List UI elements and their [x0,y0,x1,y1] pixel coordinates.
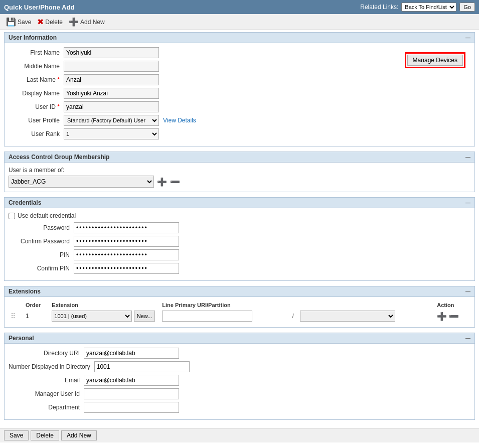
extension-select[interactable]: 1001 | (used) [52,311,132,322]
pin-row: PIN [9,249,470,260]
order-value: 1 [26,313,29,320]
confirm-pin-input[interactable] [74,263,179,274]
partition-cell [298,309,435,323]
app-header: Quick User/Phone Add Related Links: Back… [0,0,479,14]
bottom-save-button[interactable]: Save [4,430,29,440]
user-profile-row: User Profile Standard (Factory Default) … [9,115,196,126]
extensions-collapse-icon[interactable]: — [465,289,470,294]
use-default-checkbox[interactable] [9,213,15,219]
related-links-label: Related Links: [360,4,398,11]
display-name-row: Display Name [9,88,196,99]
display-name-input[interactable] [64,88,159,99]
extension-row: ⠿ 1 1001 | (used) New... / [9,309,470,323]
drag-handle-icon[interactable]: ⠿ [11,312,16,320]
directory-uri-input[interactable] [84,348,179,359]
related-links-select[interactable]: Back To Find/List [401,3,456,12]
last-name-input[interactable] [64,74,159,85]
delete-button[interactable]: ✖ Delete [35,16,65,28]
confirm-pin-label: Confirm PIN [9,265,74,272]
user-rank-select[interactable]: 1 [64,128,159,139]
manage-devices-button[interactable]: Manage Devices [407,55,463,66]
acg-add-icon[interactable]: ➕ [157,177,167,187]
user-rank-label: User Rank [9,130,64,137]
go-button[interactable]: Go [459,3,475,12]
extensions-body: Order Extension Line Primary URI/Partiti… [5,297,474,327]
directory-uri-row: Directory URI [9,348,470,359]
save-button[interactable]: 💾 Save [4,16,33,28]
email-input[interactable] [84,375,179,386]
bottom-add-new-button[interactable]: Add New [61,430,97,440]
credentials-collapse-icon[interactable]: — [465,200,470,206]
col-line-primary-label: Line Primary URI/Partition [160,301,435,309]
order-cell: 1 [24,309,50,323]
acg-remove-icon[interactable]: ➖ [170,177,180,187]
acg-member-label: User is a member of: [9,167,470,174]
confirm-pin-row: Confirm PIN [9,263,470,274]
personal-title: Personal [9,335,34,342]
confirm-password-input[interactable] [74,236,179,247]
password-label: Password [9,224,74,231]
partition-select[interactable] [300,311,395,322]
middle-name-label: Middle Name [9,63,64,70]
last-name-row: Last Name [9,74,196,85]
first-name-label: First Name [9,49,64,56]
number-displayed-row: Number Displayed in Directory [9,361,470,372]
manager-user-id-row: Manager User Id [9,388,470,399]
col-extension-label: Extension [50,301,160,309]
user-info-left: First Name Middle Name Last Name Display… [9,47,196,142]
ext-remove-icon[interactable]: ➖ [449,312,459,321]
ext-add-icon[interactable]: ➕ [437,312,447,321]
credentials-section: Credentials — Use default credential Pas… [4,197,475,281]
user-profile-select[interactable]: Standard (Factory Default) User [64,115,159,126]
user-info-title: User Information [9,34,57,41]
view-details-link[interactable]: View Details [163,117,196,124]
pin-input[interactable] [74,249,179,260]
confirm-password-label: Confirm Password [9,238,74,245]
add-new-button[interactable]: ➕ Add New [67,16,107,28]
access-control-section: Access Control Group Membership — User i… [4,152,475,192]
first-name-input[interactable] [64,47,159,58]
user-info-body: First Name Middle Name Last Name Display… [5,43,474,146]
acg-select[interactable]: Jabber_ACG [9,176,154,188]
confirm-password-row: Confirm Password [9,236,470,247]
extensions-table: Order Extension Line Primary URI/Partiti… [9,301,470,323]
main-content: User Information — First Name Middle Nam… [0,30,479,428]
col-action-label: Action [435,301,470,309]
department-label: Department [9,404,84,411]
use-default-row: Use default credential [9,212,470,219]
extensions-header-row: Order Extension Line Primary URI/Partiti… [9,301,470,309]
pin-label: PIN [9,251,74,258]
manager-user-id-input[interactable] [84,388,179,399]
bottom-toolbar: Save Delete Add New [0,428,479,442]
access-control-collapse-icon[interactable]: — [465,155,470,160]
delete-icon: ✖ [37,17,44,27]
save-icon: 💾 [6,17,16,27]
extensions-section: Extensions — Order Extension Line Primar… [4,286,475,328]
extensions-title: Extensions [9,288,41,295]
uri-input[interactable] [162,311,252,322]
personal-body: Directory URI Number Displayed in Direct… [5,344,474,419]
password-input[interactable] [74,222,179,233]
number-displayed-input[interactable] [94,361,190,372]
department-row: Department [9,402,470,413]
user-profile-label: User Profile [9,117,64,124]
password-row: Password [9,222,470,233]
access-control-header: Access Control Group Membership — [5,152,474,163]
use-default-label: Use default credential [18,212,76,219]
bottom-delete-button[interactable]: Delete [31,430,59,440]
department-input[interactable] [84,402,179,413]
personal-header: Personal — [5,333,474,344]
user-id-row: User ID [9,101,196,112]
personal-collapse-icon[interactable]: — [465,336,470,341]
extensions-header: Extensions — [5,286,474,297]
user-id-input[interactable] [64,101,159,112]
header-right: Related Links: Back To Find/List Go [360,3,475,12]
extension-new-button[interactable]: New... [134,311,155,322]
app-title: Quick User/Phone Add [4,4,74,11]
uri-divider: / [290,309,298,323]
user-info-section: User Information — First Name Middle Nam… [4,32,475,146]
user-info-collapse-icon[interactable]: — [465,35,470,41]
col-order-label: Order [24,301,50,309]
credentials-body: Use default credential Password Confirm … [5,208,474,280]
middle-name-input[interactable] [64,61,159,72]
